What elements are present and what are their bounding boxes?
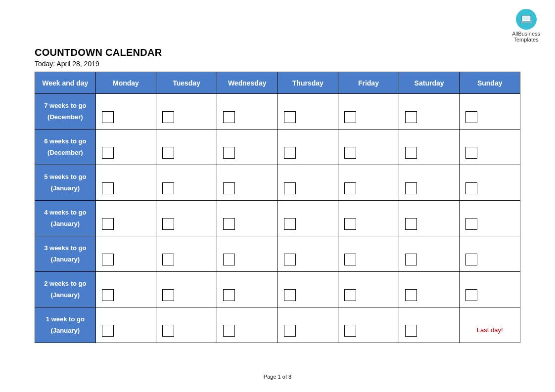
checkbox[interactable] <box>465 111 477 123</box>
day-cell <box>156 272 217 307</box>
day-cell <box>95 307 156 343</box>
checkbox[interactable] <box>284 289 296 301</box>
checkbox[interactable] <box>405 254 417 265</box>
day-cell <box>460 94 520 130</box>
table-row: 7 weeks to go(December) <box>35 94 520 130</box>
checkbox[interactable] <box>102 111 114 123</box>
checkbox[interactable] <box>405 289 417 301</box>
laptop-icon <box>516 9 537 30</box>
day-cell <box>278 201 338 236</box>
page-title: COUNTDOWN CALENDAR <box>35 47 520 58</box>
checkbox[interactable] <box>284 182 296 194</box>
day-cell <box>338 201 399 236</box>
checkbox[interactable] <box>344 254 356 265</box>
col-header-tuesday: Tuesday <box>156 72 217 94</box>
day-cell <box>278 130 338 165</box>
day-cell <box>217 236 278 272</box>
checkbox[interactable] <box>344 111 356 123</box>
table-row: 2 weeks to go(January) <box>35 272 520 307</box>
row-header: 1 week to go(January) <box>35 307 96 343</box>
checkbox[interactable] <box>223 147 235 159</box>
row-header: 5 weeks to go(January) <box>35 165 96 201</box>
table-row: 4 weeks to go(January) <box>35 201 520 236</box>
checkbox[interactable] <box>344 218 356 230</box>
day-cell <box>338 236 399 272</box>
day-cell <box>278 94 338 130</box>
day-cell <box>217 130 278 165</box>
checkbox[interactable] <box>162 218 174 230</box>
checkbox[interactable] <box>405 182 417 194</box>
checkbox[interactable] <box>344 325 356 337</box>
checkbox[interactable] <box>162 325 174 337</box>
checkbox[interactable] <box>284 254 296 265</box>
day-cell <box>338 94 399 130</box>
day-cell <box>217 165 278 201</box>
day-cell <box>460 201 520 236</box>
checkbox[interactable] <box>284 325 296 337</box>
checkbox[interactable] <box>223 218 235 230</box>
checkbox[interactable] <box>465 289 477 301</box>
checkbox[interactable] <box>162 289 174 301</box>
day-cell <box>217 307 278 343</box>
checkbox[interactable] <box>162 182 174 194</box>
day-cell <box>278 307 338 343</box>
row-header: 4 weeks to go(January) <box>35 201 96 236</box>
day-cell <box>95 165 156 201</box>
checkbox[interactable] <box>465 254 477 265</box>
checkbox[interactable] <box>102 147 114 159</box>
checkbox[interactable] <box>405 218 417 230</box>
day-cell <box>156 201 217 236</box>
col-header-sunday: Sunday <box>460 72 520 94</box>
table-row: 1 week to go(January)Last day! <box>35 307 520 343</box>
day-cell <box>156 94 217 130</box>
checkbox[interactable] <box>284 147 296 159</box>
row-header: 6 weeks to go(December) <box>35 130 96 165</box>
checkbox[interactable] <box>102 254 114 265</box>
checkbox[interactable] <box>405 147 417 159</box>
day-cell <box>399 130 460 165</box>
checkbox[interactable] <box>465 218 477 230</box>
checkbox[interactable] <box>344 182 356 194</box>
checkbox[interactable] <box>102 289 114 301</box>
day-cell <box>399 94 460 130</box>
checkbox[interactable] <box>102 218 114 230</box>
checkbox[interactable] <box>223 289 235 301</box>
day-cell <box>338 165 399 201</box>
day-cell <box>399 165 460 201</box>
day-cell <box>278 236 338 272</box>
day-cell <box>338 130 399 165</box>
checkbox[interactable] <box>102 182 114 194</box>
day-cell <box>338 307 399 343</box>
logo-text-2: Templates <box>512 37 540 43</box>
table-row: 3 weeks to go(January) <box>35 236 520 272</box>
checkbox[interactable] <box>162 147 174 159</box>
checkbox[interactable] <box>223 111 235 123</box>
col-header-thursday: Thursday <box>278 72 338 94</box>
checkbox[interactable] <box>223 182 235 194</box>
checkbox[interactable] <box>465 182 477 194</box>
day-cell <box>460 165 520 201</box>
checkbox[interactable] <box>223 325 235 337</box>
page-footer: Page 1 of 3 <box>0 374 555 380</box>
day-cell <box>399 201 460 236</box>
checkbox[interactable] <box>465 147 477 159</box>
brand-logo: AllBusiness Templates <box>512 9 540 43</box>
checkbox[interactable] <box>162 111 174 123</box>
day-cell <box>399 307 460 343</box>
checkbox[interactable] <box>344 147 356 159</box>
checkbox[interactable] <box>284 218 296 230</box>
checkbox[interactable] <box>223 254 235 265</box>
checkbox[interactable] <box>405 111 417 123</box>
checkbox[interactable] <box>102 325 114 337</box>
day-cell <box>95 130 156 165</box>
day-cell <box>217 272 278 307</box>
day-cell <box>460 236 520 272</box>
checkbox[interactable] <box>405 325 417 337</box>
col-header-wednesday: Wednesday <box>217 72 278 94</box>
row-header: 3 weeks to go(January) <box>35 236 96 272</box>
row-header: 7 weeks to go(December) <box>35 94 96 130</box>
day-cell <box>217 94 278 130</box>
checkbox[interactable] <box>162 254 174 265</box>
checkbox[interactable] <box>284 111 296 123</box>
checkbox[interactable] <box>344 289 356 301</box>
